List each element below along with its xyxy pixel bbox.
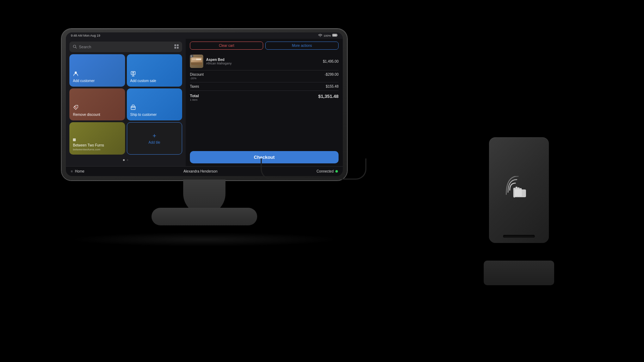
- svg-point-3: [73, 45, 76, 48]
- add-tile-label: Add tile: [149, 141, 160, 144]
- svg-rect-16: [518, 187, 520, 196]
- stand-base: [151, 208, 257, 225]
- remove-discount-label: Remove discount: [73, 113, 122, 117]
- item-info: Aspen Bed African Mahogany: [206, 58, 320, 65]
- hamburger-icon[interactable]: ≡: [71, 169, 73, 173]
- battery-icon: [332, 34, 338, 37]
- between-two-furns-label: Between Two Furns: [73, 143, 122, 148]
- wifi-icon: [318, 34, 322, 38]
- tablet-device: 9:48 AM Mon Aug 19 100%: [62, 29, 347, 180]
- bottom-left: ≡ Home: [71, 169, 85, 173]
- tile-add-custom-sale[interactable]: Add custom sale: [127, 54, 182, 87]
- tile-ship-to-customer[interactable]: Ship to customer: [127, 88, 182, 121]
- total-label-group: Total 1 item: [190, 94, 199, 101]
- more-actions-button[interactable]: More actions: [265, 42, 339, 50]
- svg-rect-7: [174, 47, 176, 49]
- svg-rect-8: [177, 47, 179, 49]
- taxes-value: $155.48: [326, 85, 339, 88]
- main-content: Search: [66, 39, 343, 166]
- taxes-row: Taxes $155.48: [190, 82, 339, 91]
- square-icon: [73, 138, 76, 141]
- svg-rect-6: [177, 44, 179, 46]
- tablet-screen: 9:48 AM Mon Aug 19 100%: [66, 32, 343, 176]
- add-custom-sale-label: Add custom sale: [130, 79, 179, 83]
- nfc-waves-svg: [505, 176, 533, 204]
- ship-to-customer-label: Ship to customer: [130, 113, 179, 117]
- tablet-stand: [134, 180, 275, 239]
- floor-shadow: [70, 232, 338, 246]
- search-bar[interactable]: Search: [69, 42, 182, 52]
- item-price: $1,495.00: [323, 60, 339, 63]
- svg-rect-15: [515, 187, 518, 196]
- add-page-dot[interactable]: +: [126, 158, 129, 162]
- user-name: Alexandra Henderson: [184, 169, 218, 173]
- clear-cart-button[interactable]: Clear cart: [190, 42, 263, 50]
- search-placeholder: Search: [79, 45, 172, 49]
- between-two-furns-sublabel: betweentwofurns.com: [73, 148, 122, 151]
- right-panel: Clear cart More actions 1: [186, 39, 343, 166]
- total-sublabel: 1 item: [190, 98, 199, 101]
- status-bar: 9:48 AM Mon Aug 19 100%: [66, 32, 343, 39]
- taxes-label: Taxes: [190, 85, 199, 88]
- nfc-symbol: [505, 176, 533, 204]
- upload-icon: [130, 71, 179, 77]
- search-icon: [73, 45, 77, 49]
- add-customer-label: Add customer: [73, 79, 122, 83]
- grid-icon: [174, 44, 179, 49]
- svg-point-0: [320, 36, 321, 37]
- left-panel: Search: [66, 39, 186, 166]
- tile-add-tile[interactable]: + Add tile: [127, 122, 182, 155]
- plus-icon: +: [153, 132, 156, 140]
- discount-label: Discount: [190, 73, 204, 76]
- cart-total: Total 1 item $1,351.48: [190, 91, 339, 104]
- svg-point-9: [75, 71, 77, 74]
- item-thumbnail: 1: [190, 55, 203, 68]
- page-dots: +: [69, 157, 182, 163]
- discount-label-group: Discount -20%: [190, 73, 204, 80]
- discount-sublabel: -20%: [190, 77, 204, 80]
- box-icon: [130, 105, 179, 111]
- svg-rect-2: [333, 35, 337, 36]
- cart-item: 1 Aspen Bed African Mahogany $1,495.00: [190, 52, 339, 70]
- status-right: 100%: [318, 34, 338, 38]
- svg-rect-12: [131, 106, 135, 110]
- scene: 9:48 AM Mon Aug 19 100%: [0, 0, 644, 362]
- reader-body: [489, 137, 549, 243]
- total-value: $1,351.48: [318, 94, 339, 99]
- tile-add-customer[interactable]: Add customer: [69, 54, 125, 87]
- page-dot-active: [123, 159, 125, 161]
- status-time: 9:48 AM Mon Aug 19: [71, 34, 100, 37]
- item-name: Aspen Bed: [206, 58, 320, 62]
- person-icon: [73, 71, 122, 77]
- svg-rect-5: [174, 44, 176, 46]
- total-label: Total: [190, 94, 199, 98]
- svg-rect-14: [513, 188, 515, 198]
- tile-between-two-furns[interactable]: Between Two Furns betweentwofurns.com: [69, 122, 125, 155]
- card-reader: [478, 137, 559, 264]
- cart-header: Clear cart More actions: [190, 42, 339, 50]
- discount-row: Discount -20% -$299.00: [190, 70, 339, 82]
- reader-card-slot: [503, 235, 535, 238]
- tiles-grid: Add customer Add custom s: [69, 54, 182, 155]
- svg-line-4: [76, 47, 77, 48]
- tag-x-icon: [73, 105, 122, 111]
- home-label[interactable]: Home: [75, 169, 85, 173]
- svg-rect-17: [520, 188, 522, 196]
- reader-base: [484, 261, 554, 285]
- battery-text: 100%: [324, 34, 331, 37]
- tile-remove-discount[interactable]: Remove discount: [69, 88, 125, 121]
- cable: [261, 158, 366, 180]
- item-variant: African Mahogany: [206, 62, 320, 65]
- discount-value: -$299.00: [325, 73, 339, 76]
